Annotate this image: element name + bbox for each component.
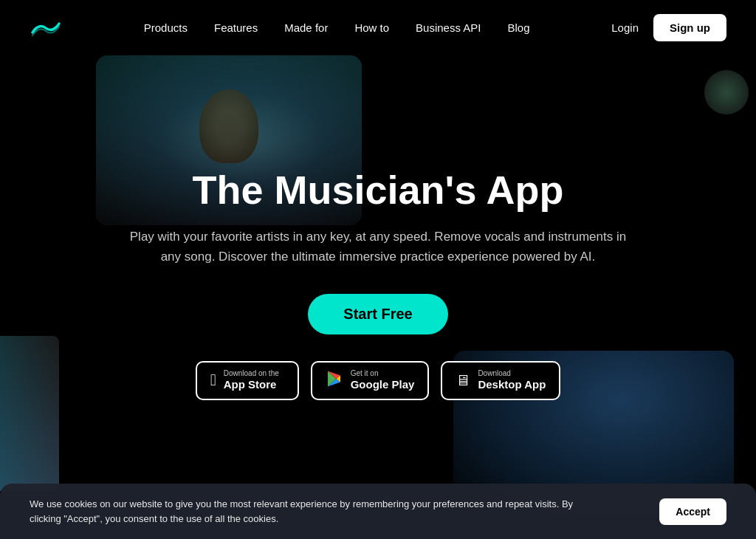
google-play-icon	[326, 370, 343, 391]
cookie-text: We use cookies on our website to give yo…	[30, 497, 605, 526]
desktop-app-text: Download Desktop App	[478, 370, 546, 392]
app-store-small: Download on the	[224, 370, 279, 377]
nav-features[interactable]: Features	[214, 21, 258, 34]
google-play-large: Google Play	[351, 377, 415, 392]
nav-business-api[interactable]: Business API	[416, 21, 481, 34]
start-free-button[interactable]: Start Free	[308, 294, 447, 334]
hero-content: The Musician's App Play with your favori…	[105, 168, 651, 400]
nav-blog[interactable]: Blog	[507, 21, 529, 34]
bg-right-circle	[704, 70, 749, 114]
apple-icon: 	[210, 372, 216, 388]
navbar: Products Features Made for How to Busine…	[0, 0, 756, 55]
desktop-app-large: Desktop App	[478, 377, 546, 392]
bg-left-bottom-panel	[0, 336, 59, 491]
logo[interactable]	[30, 16, 62, 40]
app-store-large: App Store	[224, 377, 279, 392]
login-button[interactable]: Login	[611, 21, 639, 34]
cookie-banner: We use cookies on our website to give yo…	[0, 484, 756, 539]
accept-cookies-button[interactable]: Accept	[659, 498, 726, 525]
desktop-app-button[interactable]: 🖥 Download Desktop App	[441, 361, 560, 401]
google-play-button[interactable]: Get it on Google Play	[311, 361, 430, 401]
signup-button[interactable]: Sign up	[653, 14, 726, 41]
hero-subtitle: Play with your favorite artists in any k…	[120, 227, 636, 267]
nav-auth: Login Sign up	[611, 14, 726, 41]
google-play-small: Get it on	[351, 370, 415, 377]
nav-products[interactable]: Products	[144, 21, 188, 34]
app-store-button[interactable]:  Download on the App Store	[196, 361, 299, 401]
google-play-text: Get it on Google Play	[351, 370, 415, 392]
download-buttons:  Download on the App Store G	[120, 361, 636, 401]
desktop-app-small: Download	[478, 370, 546, 377]
nav-made-for[interactable]: Made for	[284, 21, 328, 34]
nav-links: Products Features Made for How to Busine…	[144, 21, 530, 35]
desktop-icon: 🖥	[456, 373, 470, 388]
app-store-text: Download on the App Store	[224, 370, 279, 392]
hero-title: The Musician's App	[120, 168, 636, 212]
nav-how-to[interactable]: How to	[354, 21, 389, 34]
hero-section: The Musician's App Play with your favori…	[0, 55, 756, 513]
